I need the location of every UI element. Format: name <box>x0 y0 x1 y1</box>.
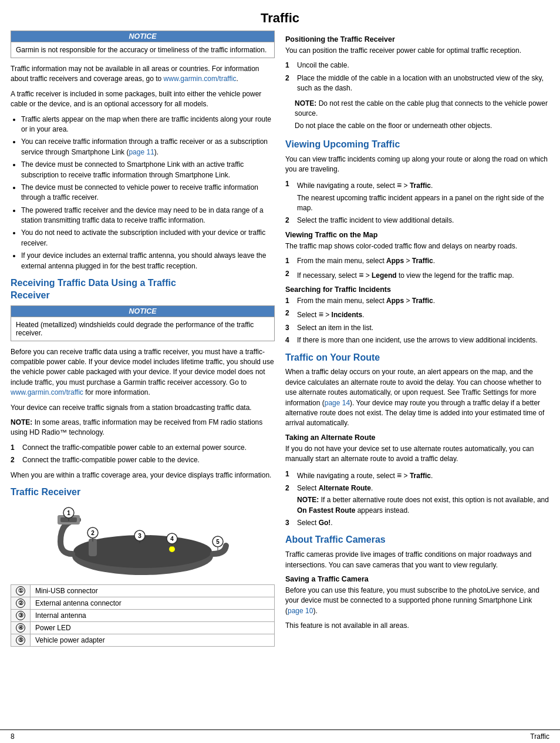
bullet-5: The powered traffic receiver and the dev… <box>21 206 275 226</box>
view-step-2: 2Select the traffic incident to view add… <box>285 216 549 226</box>
viewing-section: Viewing Upcoming Traffic You can view tr… <box>285 139 549 346</box>
receiver-title: Traffic Receiver <box>11 486 275 499</box>
garmin-link-1[interactable]: www.garmin.com/traffic <box>164 75 237 83</box>
part-label-1: Mini-USB connector <box>31 584 275 597</box>
vm-step-1: 1From the main menu, select Apps > Traff… <box>285 256 549 266</box>
svg-text:3: 3 <box>138 533 141 539</box>
part-num-3: ③ <box>16 611 25 620</box>
cameras-section: About Traffic Cameras Traffic cameras pr… <box>285 534 549 631</box>
part-label-5: Vehicle power adapter <box>31 634 275 646</box>
part-num-1: ① <box>16 586 25 596</box>
notice-body-2: Heated (metallized) windshields could de… <box>11 317 274 341</box>
searching-section: Searching for Traffic Incidents 1From th… <box>285 285 549 346</box>
part-num-2: ② <box>16 599 25 608</box>
receiver-diagram: 1 2 3 4 <box>11 503 275 580</box>
route-title: Traffic on Your Route <box>285 352 549 364</box>
parts-row-1: ① Mini-USB connector <box>11 584 275 597</box>
receiving-para-1: Before you can receive traffic data usin… <box>11 347 275 398</box>
right-column: Positioning the Traffic Receiver You can… <box>285 31 549 729</box>
positioning-steps: 1Uncoil the cable. 2Place the middle of … <box>285 60 549 93</box>
receiving-note: NOTE: In some areas, traffic information… <box>11 418 275 438</box>
view-step-1: 1 While navigating a route, select ≡ > T… <box>285 179 549 213</box>
viewing-map-heading: Viewing Traffic on the Map <box>285 231 549 239</box>
intro-para-1: Traffic information may not be available… <box>11 64 275 85</box>
notice-body-1: Garmin is not responsible for the accura… <box>11 42 274 58</box>
viewing-para: You can view traffic incidents coming up… <box>285 154 549 175</box>
viewing-map-section: Viewing Traffic on the Map The traffic m… <box>285 231 549 281</box>
notice-box-1: NOTICE Garmin is not responsible for the… <box>11 31 275 58</box>
part-num-5: ⑤ <box>16 636 25 645</box>
parts-table: ① Mini-USB connector ② External antenna … <box>11 584 275 647</box>
intro-para-2: A traffic receiver is included in some p… <box>11 89 275 110</box>
alternate-heading: Taking an Alternate Route <box>285 433 549 442</box>
svg-text:4: 4 <box>170 536 174 542</box>
part-label-4: Power LED <box>31 621 275 634</box>
page14-link[interactable]: page 14 <box>325 399 350 407</box>
page: Traffic NOTICE Garmin is not responsible… <box>0 0 560 743</box>
parts-row-2: ② External antenna connector <box>11 597 275 609</box>
receiver-svg: 1 2 3 4 <box>55 503 231 580</box>
route-para: When a traffic delay occurs on your rout… <box>285 367 549 428</box>
search-step-3: 3Select an item in the list. <box>285 323 549 333</box>
receiving-para-2: Your device can receive traffic signals … <box>11 403 275 413</box>
pos-note-2: Do not place the cable on the floor or u… <box>295 121 549 131</box>
viewing-title: Viewing Upcoming Traffic <box>285 139 549 151</box>
receiving-steps: 1Connect the traffic-compatible power ca… <box>11 443 275 466</box>
saving-para-2: This feature is not available in all are… <box>285 621 549 631</box>
search-step-4: 4If there is more than one incident, use… <box>285 335 549 345</box>
positioning-heading: Positioning the Traffic Receiver <box>285 35 549 43</box>
notice-header-1: NOTICE <box>11 31 274 42</box>
svg-text:2: 2 <box>91 530 95 536</box>
receiving-step-1: 1Connect the traffic-compatible power ca… <box>11 443 275 453</box>
search-step-2: 2Select ≡ > Incidents. <box>285 308 549 320</box>
svg-point-5 <box>169 546 175 552</box>
pos-note-1: NOTE: Do not rest the cable on the cable… <box>295 99 549 119</box>
bullet-2: You can receive traffic information thro… <box>21 137 275 157</box>
left-column: NOTICE Garmin is not responsible for the… <box>11 31 275 729</box>
parts-row-4: ④ Power LED <box>11 621 275 634</box>
garmin-link-2[interactable]: www.garmin.com/traffic <box>11 388 83 396</box>
alt-step-1: 1While navigating a route, select ≡ > Tr… <box>285 469 549 481</box>
cameras-para: Traffic cameras provide live images of t… <box>285 550 549 570</box>
search-step-1: 1From the main menu, select Apps > Traff… <box>285 296 549 306</box>
bullet-4: The device must be connected to vehicle … <box>21 183 275 203</box>
part-num-4: ④ <box>16 623 25 633</box>
saving-para-1: Before you can use this feature, you mus… <box>285 586 549 616</box>
vm-step-2: 2If necessary, select ≡ > Legend to view… <box>285 269 549 281</box>
bullet-1: Traffic alerts appear on the map when th… <box>21 115 275 135</box>
positioning-section: Positioning the Traffic Receiver You can… <box>285 35 549 132</box>
pos-step-2: 2Place the middle of the cable in a loca… <box>285 73 549 94</box>
page-title: Traffic <box>0 0 560 31</box>
svg-text:5: 5 <box>216 539 220 545</box>
positioning-para: You can position the traffic receiver po… <box>285 46 549 56</box>
footer-section-name: Traffic <box>530 732 549 741</box>
parts-row-3: ③ Internal antenna <box>11 609 275 621</box>
feature-bullets: Traffic alerts appear on the map when th… <box>11 115 275 271</box>
alt-step-2: 2 Select Alternate Route. NOTE: If a bet… <box>285 483 549 516</box>
alternate-steps: 1While navigating a route, select ≡ > Tr… <box>285 469 549 529</box>
bullet-7: If your device includes an external traf… <box>21 251 275 271</box>
svg-text:1: 1 <box>67 510 70 516</box>
part-label-2: External antenna connector <box>31 597 275 609</box>
pos-step-1: 1Uncoil the cable. <box>285 60 549 70</box>
page10-link[interactable]: page 10 <box>288 607 313 615</box>
searching-steps: 1From the main menu, select Apps > Traff… <box>285 296 549 346</box>
footer: 8 Traffic <box>0 729 560 743</box>
page11-link[interactable]: page 11 <box>129 148 154 156</box>
bullet-6: You do not need to activate the subscrip… <box>21 228 275 248</box>
traffic-receiver-section: Traffic Receiver <box>11 486 275 647</box>
part-label-3: Internal antenna <box>31 609 275 621</box>
alternate-route-section: Taking an Alternate Route If you do not … <box>285 433 549 529</box>
saving-camera-heading: Saving a Traffic Camera <box>285 575 549 583</box>
alternate-para: If you do not have your device set to us… <box>285 444 549 465</box>
viewing-map-steps: 1From the main menu, select Apps > Traff… <box>285 256 549 281</box>
notice-box-2: NOTICE Heated (metallized) windshields c… <box>11 305 275 341</box>
notice-header-2: NOTICE <box>11 306 274 317</box>
receiving-section: Receiving Traffic Data Using a TrafficRe… <box>11 277 275 480</box>
cameras-title: About Traffic Cameras <box>285 534 549 546</box>
receiving-step-2: 2Connect the traffic-compatible power ca… <box>11 455 275 465</box>
receiving-title: Receiving Traffic Data Using a TrafficRe… <box>11 277 275 302</box>
saving-camera-section: Saving a Traffic Camera Before you can u… <box>285 575 549 631</box>
searching-heading: Searching for Traffic Incidents <box>285 285 549 294</box>
footer-page-num: 8 <box>11 732 15 741</box>
